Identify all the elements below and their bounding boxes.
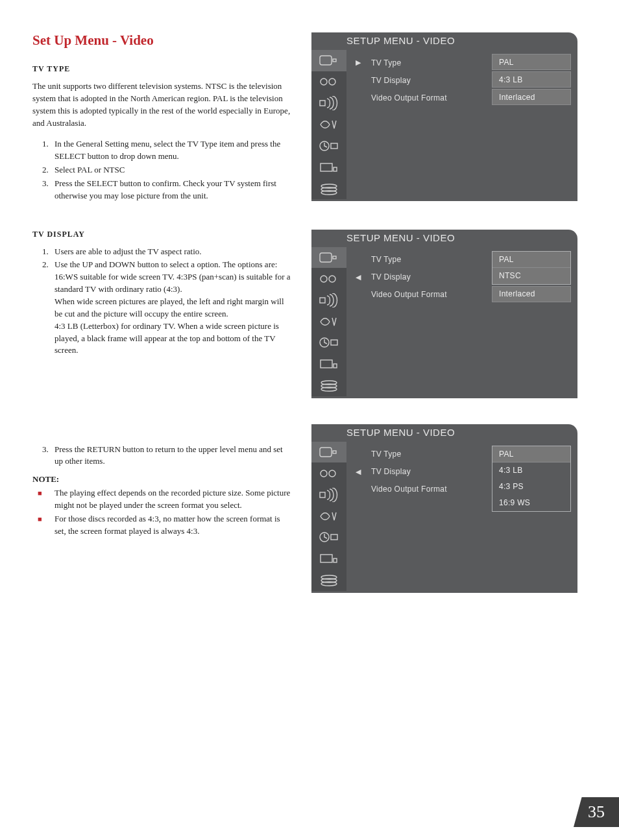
osd-tab-preference-icon [311,156,346,178]
svg-rect-6 [331,143,337,149]
svg-rect-30 [331,534,337,540]
osd-icon-strip [311,442,346,591]
svg-rect-31 [321,555,332,562]
osd-panel-1: SETUP MENU - VIDEO ▶ [311,32,577,201]
osd-tab-language-icon [311,311,346,332]
svg-rect-12 [320,253,332,262]
svg-point-14 [321,276,327,282]
svg-rect-28 [320,492,325,498]
osd-tab-clock-icon [311,527,346,548]
osd-option: PAL [492,446,570,462]
osd-option-group: PAL NTSC [492,251,571,285]
osd-label-tvtype: TV Type [371,446,483,463]
osd-title: SETUP MENU - VIDEO [311,230,577,247]
osd-label-tvdisplay: TV Display [371,463,483,481]
svg-rect-8 [334,167,337,171]
osd-icon-strip [311,247,346,396]
osd-tab-audio-icon [311,484,346,505]
svg-rect-16 [320,298,325,303]
cursor-arrow: ◀ [356,269,362,286]
page-number: 35 [574,797,619,827]
note-label: NOTE: [32,474,292,485]
svg-rect-20 [334,364,337,368]
tv-type-heading: TV TYPE [32,64,292,74]
osd-tab-language-icon [311,114,346,136]
osd-title: SETUP MENU - VIDEO [311,32,577,50]
svg-point-3 [329,78,335,85]
osd-tab-video-icon [311,268,346,289]
osd-option: NTSC [492,268,570,284]
osd-label-videooutput: Video Output Format [371,286,483,304]
osd-option: 4:3 LB [492,71,571,88]
osd-option: PAL [492,54,571,70]
osd-tab-preference-icon [311,548,346,570]
step: Select PAL or NTSC [51,164,292,176]
svg-rect-25 [333,451,336,453]
osd-icon-strip [311,50,346,199]
tv-type-steps: In the General Setting menu, select the … [32,138,292,202]
svg-point-27 [329,470,335,477]
osd-tab-clock-icon [311,135,346,156]
svg-point-2 [321,78,327,85]
step: Users are able to adjust the TV aspect r… [51,246,292,258]
osd-tab-general-icon [311,50,346,71]
svg-rect-32 [334,558,337,562]
note-item: For those discs recorded as 4:3, no matt… [51,513,292,538]
svg-point-26 [321,470,327,477]
osd-label-videooutput: Video Output Format [371,481,483,498]
osd-tab-video-icon [311,462,346,484]
osd-panel-3: SETUP MENU - VIDEO ◀ [311,424,577,593]
osd-option: Interlaced [492,89,571,105]
note-list: The playing effect depends on the record… [32,487,292,537]
cursor-arrow: ▶ [356,54,362,71]
osd-tab-misc-icon [311,375,346,396]
svg-rect-24 [320,448,332,457]
osd-label-tvdisplay: TV Display [371,71,483,89]
step: In the General Setting menu, select the … [51,138,292,163]
osd-label-tvtype: TV Type [371,251,483,269]
svg-rect-7 [321,163,332,171]
osd-label-tvdisplay: TV Display [371,269,483,286]
osd-tab-audio-icon [311,289,346,311]
osd-panel-2: SETUP MENU - VIDEO ◀ [311,230,577,398]
svg-rect-13 [333,256,336,259]
svg-rect-0 [320,56,332,65]
osd-tab-video-icon [311,71,346,93]
svg-rect-4 [320,101,325,106]
osd-label-tvtype: TV Type [371,54,483,71]
osd-label-videooutput: Video Output Format [371,89,483,106]
tv-type-intro: The unit supports two different televisi… [32,80,292,129]
svg-rect-19 [321,360,332,368]
tv-display-heading: TV DISPLAY [32,230,292,239]
cursor-arrow: ◀ [356,463,362,481]
step: Use the UP and DOWN button to select a o… [51,259,292,357]
step: Press the SELECT button to confirm. Chec… [51,178,292,202]
osd-tab-misc-icon [311,178,346,199]
osd-tab-language-icon [311,505,346,527]
osd-option: 4:3 PS [492,479,570,495]
tv-display-steps: Users are able to adjust the TV aspect r… [32,246,292,357]
tv-display-steps-cont: Press the RETURN button to return to the… [32,444,292,468]
osd-tab-audio-icon [311,93,346,114]
osd-tab-preference-icon [311,354,346,375]
step: Press the RETURN button to return to the… [51,444,292,468]
osd-option: PAL [492,252,570,268]
svg-rect-18 [331,340,337,345]
osd-option-group: PAL 4:3 LB 4:3 PS 16:9 WS [492,446,571,512]
osd-tab-clock-icon [311,332,346,354]
osd-option: Interlaced [492,286,571,302]
svg-rect-1 [333,59,336,62]
osd-tab-general-icon [311,442,346,463]
section-title: Set Up Menu - Video [32,32,292,49]
note-item: The playing effect depends on the record… [51,487,292,512]
osd-title: SETUP MENU - VIDEO [311,424,577,442]
osd-tab-misc-icon [311,570,346,591]
svg-point-15 [329,276,335,282]
osd-option: 16:9 WS [492,495,570,511]
osd-option: 4:3 LB [492,462,570,479]
osd-tab-general-icon [311,247,346,269]
